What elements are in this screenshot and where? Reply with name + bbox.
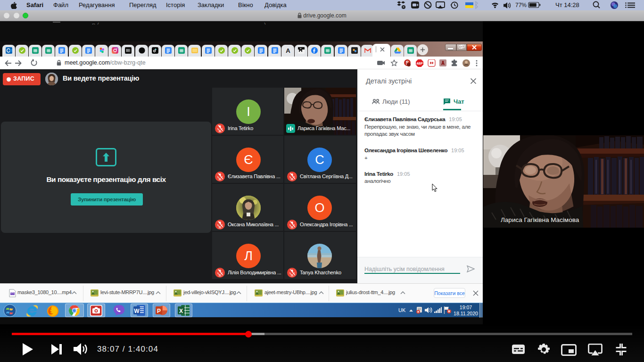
svg-text:Лариса Гагіківна Масімова: Лариса Гагіківна Масімова bbox=[501, 216, 579, 223]
svg-text:P: P bbox=[157, 308, 161, 314]
svg-text:W: W bbox=[134, 308, 140, 314]
svg-text:ABP: ABP bbox=[416, 62, 423, 65]
svg-text:A: A bbox=[286, 47, 290, 54]
svg-text:X: X bbox=[179, 308, 183, 314]
svg-text:77%: 77% bbox=[515, 2, 527, 8]
